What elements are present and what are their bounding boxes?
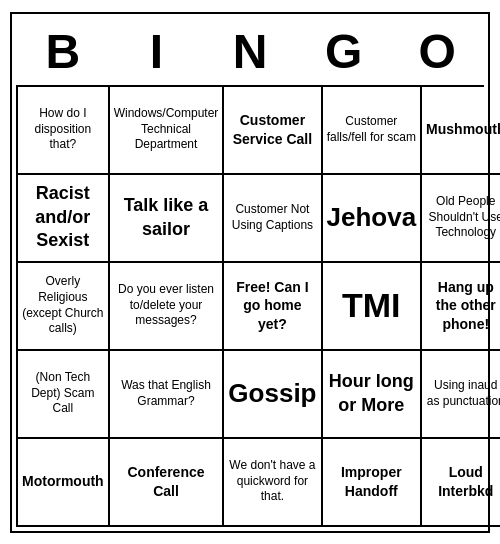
bingo-card: B I N G O How do I disposition that?Wind… (10, 12, 490, 533)
bingo-cell: Loud Interbkd (422, 439, 500, 527)
bingo-cell: Hour long or More (323, 351, 423, 439)
header-o: O (393, 24, 481, 79)
header-i: I (112, 24, 200, 79)
bingo-cell: We don't have a quickword for that. (224, 439, 322, 527)
bingo-cell: Gossip (224, 351, 322, 439)
bingo-cell: Was that English Grammar? (110, 351, 225, 439)
bingo-cell: Windows/Computer Technical Department (110, 87, 225, 175)
bingo-cell: Do you ever listen to/delete your messag… (110, 263, 225, 351)
bingo-cell: Jehova (323, 175, 423, 263)
bingo-cell: Customer Service Call (224, 87, 322, 175)
bingo-cell: Racist and/or Sexist (18, 175, 110, 263)
header-g: G (300, 24, 388, 79)
bingo-cell: Talk like a sailor (110, 175, 225, 263)
bingo-cell: Mushmouth (422, 87, 500, 175)
bingo-header: B I N G O (16, 18, 484, 85)
bingo-cell: Overly Religious (except Church calls) (18, 263, 110, 351)
bingo-cell: Conference Call (110, 439, 225, 527)
header-n: N (206, 24, 294, 79)
bingo-cell: How do I disposition that? (18, 87, 110, 175)
bingo-cell: Customer falls/fell for scam (323, 87, 423, 175)
bingo-cell: Improper Handoff (323, 439, 423, 527)
bingo-cell: TMI (323, 263, 423, 351)
bingo-cell: Motormouth (18, 439, 110, 527)
bingo-cell: Customer Not Using Captions (224, 175, 322, 263)
bingo-cell: Free! Can I go home yet? (224, 263, 322, 351)
bingo-grid: How do I disposition that?Windows/Comput… (16, 85, 484, 527)
header-b: B (19, 24, 107, 79)
bingo-cell: Old People Shouldn't Use Technology (422, 175, 500, 263)
bingo-cell: (Non Tech Dept) Scam Call (18, 351, 110, 439)
bingo-cell: Using inaud as punctuation (422, 351, 500, 439)
bingo-cell: Hang up the other phone! (422, 263, 500, 351)
